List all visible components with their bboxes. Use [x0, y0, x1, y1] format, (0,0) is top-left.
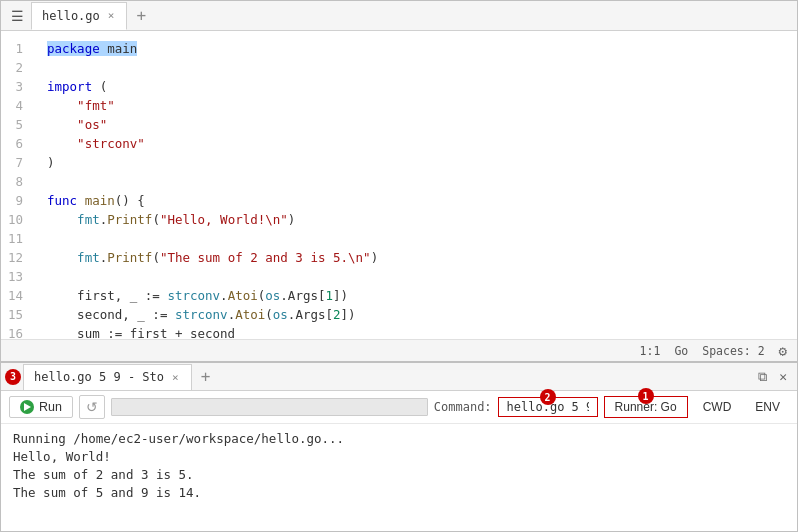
window-menu-icon[interactable]: ☰ — [5, 4, 29, 28]
terminal-tab-label: hello.go 5 9 - Sto — [34, 370, 164, 384]
line-number: 6 — [1, 134, 31, 153]
code-line: import ( — [47, 77, 797, 96]
editor-tab-bar: ☰ hello.go × + — [1, 1, 797, 31]
line-number: 16 — [1, 324, 31, 339]
code-editor[interactable]: package main import ( "fmt" "os" "strcon… — [37, 31, 797, 339]
editor-tab-label: hello.go — [42, 9, 100, 23]
line-number: 5 — [1, 115, 31, 134]
spaces-indicator[interactable]: Spaces: 2 — [702, 344, 764, 358]
code-line: "os" — [47, 115, 797, 134]
command-label: Command: — [434, 400, 492, 414]
settings-gear-icon[interactable]: ⚙ — [779, 343, 787, 359]
line-number: 8 — [1, 172, 31, 191]
line-number: 15 — [1, 305, 31, 324]
runner-badge: 1 — [638, 388, 654, 404]
code-line — [47, 172, 797, 191]
language-indicator[interactable]: Go — [674, 344, 688, 358]
cwd-button[interactable]: CWD — [694, 396, 741, 418]
reload-button[interactable]: ↺ — [79, 395, 105, 419]
terminal-copy-icon[interactable]: ⧉ — [754, 367, 771, 387]
line-number: 12 — [1, 248, 31, 267]
play-triangle — [24, 403, 31, 411]
line-number: 4 — [1, 96, 31, 115]
line-number: 13 — [1, 267, 31, 286]
code-line — [47, 58, 797, 77]
code-line: fmt.Printf("Hello, World!\n") — [47, 210, 797, 229]
code-line: ) — [47, 153, 797, 172]
terminal-badge-3: 3 — [5, 369, 21, 385]
command-badge: 2 — [540, 389, 556, 405]
line-number: 9 — [1, 191, 31, 210]
code-line — [47, 229, 797, 248]
main-window: ☰ hello.go × + 1234567891011121314151617… — [0, 0, 798, 532]
play-icon — [20, 400, 34, 414]
line-number: 11 — [1, 229, 31, 248]
terminal-panel: 3 hello.go 5 9 - Sto × + ⧉ ✕ Run ↺ Comma… — [1, 361, 797, 531]
line-number: 2 — [1, 58, 31, 77]
code-line: fmt.Printf("The sum of 2 and 3 is 5.\n") — [47, 248, 797, 267]
terminal-tab-bar: 3 hello.go 5 9 - Sto × + ⧉ ✕ — [1, 363, 797, 391]
terminal-toolbar: Run ↺ Command: 2 1 Runner: Go CWD ENV — [1, 391, 797, 424]
command-input-wrapper: 2 — [498, 397, 598, 417]
editor-tab-add[interactable]: + — [129, 4, 153, 28]
code-line: sum := first + second — [47, 324, 797, 339]
line-number: 10 — [1, 210, 31, 229]
code-line: package main — [47, 39, 797, 58]
code-line — [47, 267, 797, 286]
editor-tab-close[interactable]: × — [106, 9, 117, 22]
code-line: first, _ := strconv.Atoi(os.Args[1]) — [47, 286, 797, 305]
editor-tab-hello-go[interactable]: hello.go × — [31, 2, 127, 30]
terminal-tab-add[interactable]: + — [194, 365, 218, 389]
line-number: 1 — [1, 39, 31, 58]
run-button[interactable]: Run — [9, 396, 73, 418]
code-line: func main() { — [47, 191, 797, 210]
status-bar: 1:1 Go Spaces: 2 ⚙ — [1, 339, 797, 361]
terminal-close-icon[interactable]: ✕ — [775, 367, 791, 386]
terminal-tab-actions: ⧉ ✕ — [754, 367, 797, 387]
editor-area: 1234567891011121314151617181920 package … — [1, 31, 797, 339]
line-number: 7 — [1, 153, 31, 172]
code-line: "strconv" — [47, 134, 797, 153]
terminal-output: Running /home/ec2-user/workspace/hello.g… — [1, 424, 797, 531]
terminal-tab-close[interactable]: × — [170, 371, 181, 384]
cursor-position: 1:1 — [640, 344, 661, 358]
line-number: 3 — [1, 77, 31, 96]
line-number: 14 — [1, 286, 31, 305]
terminal-tab-hello[interactable]: hello.go 5 9 - Sto × — [23, 364, 192, 390]
progress-bar — [111, 398, 428, 416]
line-numbers: 1234567891011121314151617181920 — [1, 31, 37, 339]
code-line: second, _ := strconv.Atoi(os.Args[2]) — [47, 305, 797, 324]
runner-btn-wrapper: 1 Runner: Go — [604, 396, 688, 418]
env-button[interactable]: ENV — [746, 396, 789, 418]
run-label: Run — [39, 400, 62, 414]
code-line: "fmt" — [47, 96, 797, 115]
